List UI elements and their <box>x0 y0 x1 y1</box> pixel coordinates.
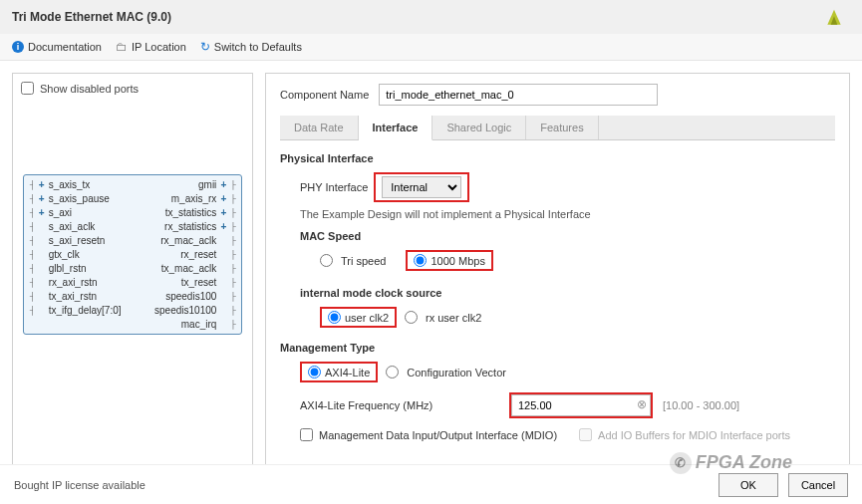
port-right: rx_mac_aclk ├ <box>160 235 235 246</box>
axi4-lite-radio[interactable] <box>308 366 321 378</box>
port-right: tx_mac_aclk ├ <box>161 263 235 274</box>
folder-icon: 🗀 <box>116 40 128 54</box>
speed-1000-highlight: 1000 Mbps <box>406 250 492 271</box>
port-right: speedis100 ├ <box>165 291 235 302</box>
phy-interface-highlight: Internal <box>374 172 469 202</box>
port-right: mac_irq ├ <box>181 319 235 330</box>
port-left: ┤ gtx_clk <box>30 249 80 260</box>
switch-defaults-link[interactable]: ↻ Switch to Defaults <box>200 40 302 54</box>
tab-shared-logic[interactable]: Shared Logic <box>432 116 526 139</box>
axi4-lite-highlight: AXI4-Lite <box>300 362 378 382</box>
title-bar: Tri Mode Ethernet MAC (9.0) <box>0 0 862 34</box>
refresh-icon: ↻ <box>200 40 210 54</box>
mdio-checkbox[interactable] <box>300 428 313 441</box>
port-left: ┤+s_axis_tx <box>30 179 90 190</box>
rx-user-clk2-label: rx user clk2 <box>426 312 481 324</box>
port-right: speedis10100 ├ <box>154 305 235 316</box>
axi4-lite-label: AXI4-Lite <box>325 367 370 378</box>
show-disabled-label: Show disabled ports <box>40 83 139 95</box>
port-right: tx_reset ├ <box>181 277 235 288</box>
rx-user-clk2-radio[interactable] <box>405 311 418 324</box>
show-disabled-ports-checkbox[interactable] <box>21 82 34 95</box>
phy-note: The Example Design will not implement a … <box>300 208 835 220</box>
config-panel: Component Name Data Rate Interface Share… <box>265 73 850 466</box>
axi4-freq-input[interactable] <box>511 394 651 416</box>
footer: Bought IP license available OK Cancel <box>0 464 862 504</box>
port-left: ┤ glbl_rstn <box>30 263 86 274</box>
port-left: ┤ s_axi_aclk <box>30 221 95 232</box>
block-diagram-panel: Show disabled ports ┤+s_axis_tx┤+s_axis_… <box>12 73 253 466</box>
mdio-buffers-label: Add IO Buffers for MDIO Interface ports <box>598 429 790 441</box>
port-left: ┤+s_axi <box>30 207 72 218</box>
port-right: tx_statistics+├ <box>165 207 235 218</box>
config-vector-label: Configuration Vector <box>407 367 506 378</box>
port-left: ┤ tx_ifg_delay[7:0] <box>30 305 122 316</box>
port-left: ┤ s_axi_resetn <box>30 235 105 246</box>
license-status: Bought IP license available <box>14 479 145 491</box>
port-right: gmii+├ <box>198 179 235 190</box>
ip-block-symbol: ┤+s_axis_tx┤+s_axis_pause┤+s_axi┤ s_axi_… <box>23 174 242 335</box>
ip-location-link[interactable]: 🗀 IP Location <box>116 40 186 54</box>
phy-interface-label: PHY Interface <box>300 181 368 193</box>
mdio-buffers-checkbox <box>579 428 592 441</box>
physical-interface-heading: Physical Interface <box>280 152 835 164</box>
axi4-freq-range: [10.00 - 300.00] <box>663 399 739 411</box>
port-right: rx_statistics+├ <box>164 221 235 232</box>
clock-source-heading: internal mode clock source <box>300 287 835 299</box>
port-left: ┤ tx_axi_rstn <box>30 291 97 302</box>
clear-icon[interactable]: ⊗ <box>637 397 647 411</box>
component-name-label: Component Name <box>280 89 369 101</box>
config-vector-radio[interactable] <box>386 366 399 378</box>
vendor-logo <box>824 6 844 33</box>
ok-button[interactable]: OK <box>718 473 778 497</box>
tab-data-rate[interactable]: Data Rate <box>280 116 359 139</box>
user-clk2-radio[interactable] <box>328 311 341 324</box>
axi4-freq-label: AXI4-Lite Frequency (MHz) <box>300 399 499 411</box>
user-clk2-highlight: user clk2 <box>320 307 397 328</box>
mdio-label: Management Data Input/Output Interface (… <box>319 429 557 441</box>
phy-interface-select[interactable]: Internal <box>382 176 461 198</box>
info-icon: i <box>12 41 24 53</box>
port-left: ┤ rx_axi_rstn <box>30 277 98 288</box>
tab-features[interactable]: Features <box>526 116 598 139</box>
tab-interface[interactable]: Interface <box>359 116 433 140</box>
port-right: rx_reset ├ <box>180 249 235 260</box>
speed-1000-radio[interactable] <box>414 254 427 267</box>
component-name-input[interactable] <box>379 84 658 106</box>
user-clk2-label: user clk2 <box>345 312 389 324</box>
axi4-freq-highlight: ⊗ <box>509 392 653 418</box>
window-title: Tri Mode Ethernet MAC (9.0) <box>12 10 171 24</box>
documentation-link[interactable]: i Documentation <box>12 41 102 53</box>
tri-speed-label: Tri speed <box>341 255 386 267</box>
cancel-button[interactable]: Cancel <box>788 473 848 497</box>
tab-bar: Data Rate Interface Shared Logic Feature… <box>280 116 835 140</box>
port-right: m_axis_rx+├ <box>171 193 235 204</box>
speed-1000-label: 1000 Mbps <box>431 255 484 267</box>
tri-speed-radio[interactable] <box>320 254 333 267</box>
mac-speed-heading: MAC Speed <box>300 230 835 242</box>
action-bar: i Documentation 🗀 IP Location ↻ Switch t… <box>0 34 862 61</box>
management-type-heading: Management Type <box>280 342 835 354</box>
port-left: ┤+s_axis_pause <box>30 193 110 204</box>
